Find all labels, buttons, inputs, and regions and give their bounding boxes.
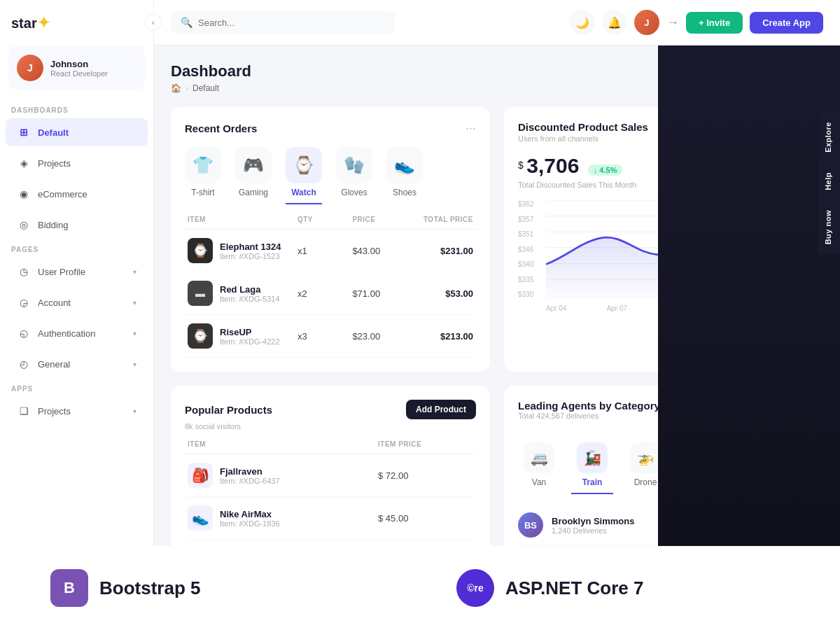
table-row: ⌚ Elephant 1324 Item: #XDG-1523 x1 $43.0… [185,230,476,272]
sidebar-item-label-default: Default [38,127,69,138]
breadcrumb-separator: › [186,83,188,93]
chart-y-labels: $362 $357 $351 $346 $340 $335 $330 [518,200,533,298]
help-tab[interactable]: Help [818,162,840,200]
product-name-1: Fjallraven [220,466,280,477]
order-total-1: $231.00 [407,246,473,256]
order-price-2: $71.00 [352,288,407,299]
search-icon: 🔍 [181,17,192,28]
sidebar-item-general[interactable]: ◴ General ▾ [6,350,148,378]
agent-tab-van[interactable]: 🚐 Van [518,442,560,494]
order-img-2: ▬ [188,281,213,306]
order-qty-3: x3 [298,331,352,342]
col-total-price: TOTAL PRICE [407,216,473,223]
gaming-label: Gaming [239,188,268,197]
topbar-right: 🌙 🔔 J → + Invite Create App [570,10,823,35]
tab-shoes[interactable]: 👟 Shoes [386,147,423,204]
order-qty-2: x2 [298,288,352,299]
recent-orders-title: Recent Orders [185,122,257,134]
sidebar-item-ecommerce[interactable]: ◉ eCommerce [6,180,148,208]
y-label-3: $351 [518,230,533,238]
create-app-button[interactable]: Create App [750,12,823,34]
col-price: PRICE [352,216,407,223]
topbar-arrow-right[interactable]: → [666,15,679,30]
avatar: J [17,55,43,81]
dark-overlay [658,0,840,630]
sidebar-item-label-user-profile: User Profile [38,267,85,277]
gloves-label: Gloves [341,188,367,197]
sidebar-item-bidding[interactable]: ◎ Bidding [6,211,148,239]
add-product-button[interactable]: Add Product [406,400,476,419]
table-row: ▬ Red Laga Item: #XDG-5314 x2 $71.00 $53… [185,272,476,315]
authentication-icon: ◵ [17,326,31,340]
topbar-avatar[interactable]: J [634,10,659,35]
order-img-1: ⌚ [188,238,213,263]
user-role: React Developer [50,69,108,78]
y-label-1: $362 [518,200,533,208]
popular-products-subtitle: 8k social visitors [185,422,476,430]
sidebar-item-projects[interactable]: ◈ Projects [6,149,148,177]
promo-aspnet[interactable]: ©re ASP.NET Core 7 [434,546,840,630]
buy-now-tab[interactable]: Buy now [818,200,840,254]
watch-icon: ⌚ [286,147,322,183]
explore-tab[interactable]: Explore [818,112,840,162]
search-box[interactable]: 🔍 [171,11,395,34]
leading-agents-subtitle: Total 424,567 deliveries [518,412,660,420]
van-icon: 🚐 [524,442,554,473]
order-img-3: ⌚ [188,323,213,349]
shoes-label: Shoes [393,188,416,197]
promo-bootstrap[interactable]: B Bootstrap 5 [28,546,434,630]
logo-star: ✦ [37,14,50,31]
sidebar-item-projects-app[interactable]: ❑ Projects ▾ [6,397,148,425]
product-tabs: 👕 T-shirt 🎮 Gaming ⌚ Watch 🧤 Gloves 👟 [185,147,476,204]
popular-products-table-header: ITEM ITEM PRICE [185,440,476,454]
product-price-1: $ 72.00 [378,470,473,481]
popular-product-2: 👟 Nike AirMax Item: #XDG-1836 [188,505,378,531]
gloves-icon: 🧤 [336,147,372,183]
invite-button[interactable]: + Invite [686,12,743,34]
section-pages: PAGES [0,240,153,256]
product-id-1: Item: #XDG-6437 [220,477,280,485]
sales-dollar: $ [518,160,524,171]
watch-label: Watch [291,188,316,197]
van-label: Van [532,477,546,487]
ecommerce-icon: ◉ [17,187,31,201]
sidebar-item-account[interactable]: ◶ Account ▾ [6,288,148,316]
bidding-icon: ◎ [17,218,31,232]
sidebar-item-label-account: Account [38,298,71,308]
breadcrumb-home-icon[interactable]: 🏠 [171,83,181,93]
gaming-icon: 🎮 [235,147,272,183]
tab-gloves[interactable]: 🧤 Gloves [336,147,372,204]
x-label-1: Apr 04 [546,304,566,312]
notifications-button[interactable]: 🔔 [602,10,627,35]
col-item: ITEM [188,216,298,223]
sidebar-collapse-button[interactable]: ‹ [145,14,162,31]
page-title: Dashboard [171,62,251,80]
popular-products-header: Popular Products Add Product [185,400,476,419]
search-input[interactable] [198,18,385,28]
aspnet-logo: ©re [456,569,494,607]
recent-orders-card: Recent Orders ··· 👕 T-shirt 🎮 Gaming ⌚ W… [171,107,490,372]
sidebar-item-user-profile[interactable]: ◷ User Profile ▾ [6,258,148,286]
order-name-1: Elephant 1324 [220,241,281,252]
tab-tshirt[interactable]: 👕 T-shirt [185,147,221,204]
tshirt-icon: 👕 [185,147,221,183]
sidebar-item-authentication[interactable]: ◵ Authentication ▾ [6,319,148,347]
y-label-4: $346 [518,246,533,253]
user-name: Johnson [50,59,108,69]
tab-watch[interactable]: ⌚ Watch [286,147,322,204]
y-label-7: $330 [518,290,533,298]
recent-orders-header: Recent Orders ··· [185,121,476,136]
logo-text: star✦ [11,14,50,32]
agent-tab-train[interactable]: 🚂 Train [571,442,613,494]
recent-orders-menu-icon[interactable]: ··· [465,121,476,136]
breadcrumb: 🏠 › Default [171,83,251,93]
popular-product-1: 🎒 Fjallraven Item: #XDG-6437 [188,463,378,488]
theme-toggle-button[interactable]: 🌙 [570,10,595,35]
sidebar-item-default[interactable]: ⊞ Default [6,118,148,146]
grid-icon: ⊞ [17,125,31,139]
sidebar-item-label-authentication: Authentication [38,328,95,339]
sidebar-user[interactable]: J Johnson React Developer [8,46,145,90]
product-info-2: Nike AirMax Item: #XDG-1836 [220,509,280,528]
tab-gaming[interactable]: 🎮 Gaming [235,147,272,204]
agent-avatar-1: BS [518,512,543,538]
